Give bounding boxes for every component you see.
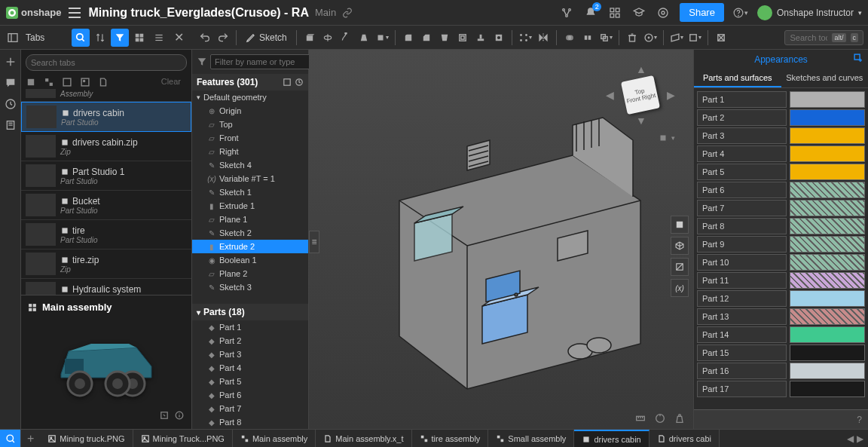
appearance-name[interactable]: Part 6 bbox=[697, 182, 787, 198]
feature-item[interactable]: ▱Right bbox=[192, 145, 308, 158]
part-item[interactable]: ◆Part 5 bbox=[192, 375, 308, 388]
tab-manager-icon[interactable] bbox=[0, 430, 21, 447]
color-swatch[interactable] bbox=[790, 236, 865, 253]
sweep-icon[interactable] bbox=[338, 29, 354, 46]
feature-item[interactable]: ▱Top bbox=[192, 118, 308, 131]
undo-icon[interactable] bbox=[197, 29, 213, 46]
bottom-tab[interactable]: tire assembly bbox=[412, 430, 489, 447]
appearance-name[interactable]: Part 10 bbox=[697, 254, 787, 271]
feature-item[interactable]: ⊕Origin bbox=[192, 104, 308, 118]
tree-refresh-icon[interactable] bbox=[295, 78, 304, 87]
color-swatch[interactable] bbox=[790, 145, 865, 162]
color-swatch[interactable] bbox=[790, 363, 865, 379]
appearance-name[interactable]: Part 15 bbox=[697, 344, 787, 361]
boolean-icon[interactable] bbox=[561, 29, 578, 46]
bottom-tab[interactable]: drivers cabin bbox=[574, 430, 649, 447]
bottom-tab[interactable]: Main assembly bbox=[233, 430, 316, 447]
delete-icon[interactable] bbox=[624, 29, 640, 46]
rp-help-icon[interactable]: ? bbox=[857, 415, 862, 425]
color-swatch[interactable] bbox=[790, 127, 865, 144]
chamfer-icon[interactable] bbox=[418, 29, 435, 46]
part-item[interactable]: ◆Part 1 bbox=[192, 320, 308, 334]
sort-icon[interactable] bbox=[91, 29, 109, 47]
tab-item[interactable]: tirePart Studio bbox=[21, 220, 191, 250]
sketch-button[interactable]: Sketch bbox=[241, 32, 292, 43]
info-icon[interactable] bbox=[175, 411, 184, 420]
shaded-icon[interactable] bbox=[671, 216, 689, 234]
parts-header[interactable]: ▾Parts (18) bbox=[192, 304, 308, 320]
variable-icon[interactable]: ▾ bbox=[686, 29, 703, 46]
part-item[interactable]: ◆Part 7 bbox=[192, 402, 308, 415]
vc-left-icon[interactable]: ◀ bbox=[606, 89, 614, 101]
vc-right-icon[interactable]: ▶ bbox=[667, 89, 675, 101]
graphics-canvas[interactable]: ≡ bbox=[309, 50, 693, 429]
rib-icon[interactable] bbox=[472, 29, 489, 46]
color-swatch[interactable] bbox=[790, 91, 865, 108]
filter-drawing-icon[interactable] bbox=[62, 77, 72, 87]
pattern-icon[interactable]: ▾ bbox=[517, 29, 533, 46]
color-swatch[interactable] bbox=[790, 326, 865, 343]
comments-icon[interactable] bbox=[5, 77, 17, 89]
feature-item[interactable]: ◉Boolean 1 bbox=[192, 253, 308, 267]
part-item[interactable]: ◆Part 4 bbox=[192, 361, 308, 375]
list-view-icon[interactable] bbox=[150, 29, 168, 47]
color-swatch[interactable] bbox=[790, 272, 865, 289]
part-item[interactable]: ◆Part 8 bbox=[192, 415, 308, 429]
notifications-icon[interactable]: 2 bbox=[583, 5, 598, 20]
appearance-name[interactable]: Part 4 bbox=[697, 145, 787, 162]
main-assembly-thumb[interactable] bbox=[27, 317, 185, 408]
expand-icon[interactable] bbox=[160, 411, 169, 420]
shell-icon[interactable] bbox=[454, 29, 471, 46]
part-item[interactable]: ◆Part 6 bbox=[192, 388, 308, 402]
iso-icon[interactable] bbox=[671, 237, 689, 255]
appearance-name[interactable]: Part 17 bbox=[697, 381, 787, 397]
feedback-icon[interactable] bbox=[656, 5, 671, 20]
vc-down-icon[interactable]: ▼ bbox=[636, 115, 646, 127]
tab-item[interactable]: Part Studio 1Part Studio bbox=[21, 161, 191, 191]
units-icon[interactable] bbox=[634, 412, 646, 424]
vc-up-icon[interactable]: ▲ bbox=[636, 63, 646, 75]
bottom-tab[interactable]: Small assembly bbox=[488, 430, 574, 447]
color-swatch[interactable] bbox=[790, 200, 865, 216]
panel-toggle-icon[interactable] bbox=[5, 29, 21, 46]
version-graph-icon[interactable] bbox=[559, 5, 574, 20]
appearance-name[interactable]: Part 5 bbox=[697, 164, 787, 180]
scroll-right-icon[interactable]: ▶ bbox=[857, 433, 863, 444]
tree-view-icon[interactable] bbox=[283, 78, 292, 87]
feature-item[interactable]: (x)Variable #T = 1 bbox=[192, 172, 308, 185]
bottom-tab[interactable]: Mining truck.PNG bbox=[40, 430, 133, 447]
appearance-name[interactable]: Part 7 bbox=[697, 200, 787, 216]
menu-icon[interactable] bbox=[69, 8, 81, 18]
mass-icon[interactable] bbox=[674, 412, 686, 424]
feature-item[interactable]: ✎Sketch 4 bbox=[192, 158, 308, 172]
thicken-icon[interactable]: ▾ bbox=[374, 29, 390, 46]
tab-item[interactable]: Hydraulic systemPart Studio bbox=[21, 279, 191, 295]
frame-icon[interactable] bbox=[713, 29, 729, 46]
tab-item[interactable]: BucketPart Studio bbox=[21, 191, 191, 220]
close-icon[interactable]: ✕ bbox=[170, 29, 188, 47]
tab-item[interactable]: Assembly bbox=[21, 89, 191, 102]
extrude-icon[interactable] bbox=[301, 29, 318, 46]
tab-item[interactable]: tire.zipZip bbox=[21, 250, 191, 279]
feature-item[interactable]: ▮Extrude 2 bbox=[192, 240, 308, 253]
vc-home-icon[interactable] bbox=[658, 133, 668, 143]
brand-logo[interactable]: onshape bbox=[6, 7, 61, 19]
feature-item[interactable]: ▱Plane 1 bbox=[192, 213, 308, 226]
appearance-name[interactable]: Part 14 bbox=[697, 326, 787, 343]
color-swatch[interactable] bbox=[790, 254, 865, 271]
feature-item[interactable]: ✎Sketch 1 bbox=[192, 185, 308, 199]
tab-sketches-curves[interactable]: Sketches and curves bbox=[781, 69, 869, 87]
features-header[interactable]: Features (301) bbox=[192, 74, 308, 90]
appearance-name[interactable]: Part 16 bbox=[697, 363, 787, 379]
tab-parts-surfaces[interactable]: Parts and surfaces bbox=[694, 69, 781, 87]
appearance-name[interactable]: Part 2 bbox=[697, 109, 787, 126]
fillet-icon[interactable] bbox=[400, 29, 417, 46]
redo-icon[interactable] bbox=[215, 29, 231, 46]
bottom-tab[interactable]: Mining Truck...PNG bbox=[133, 430, 233, 447]
tab-item[interactable]: drivers cabin.zipZip bbox=[21, 132, 191, 161]
feature-item[interactable]: ▮Extrude 1 bbox=[192, 199, 308, 213]
feature-item[interactable]: ✎Sketch 3 bbox=[192, 280, 308, 294]
learning-icon[interactable] bbox=[631, 5, 646, 20]
part-item[interactable]: ◆Part 2 bbox=[192, 334, 308, 347]
share-button[interactable]: Share bbox=[680, 3, 724, 22]
